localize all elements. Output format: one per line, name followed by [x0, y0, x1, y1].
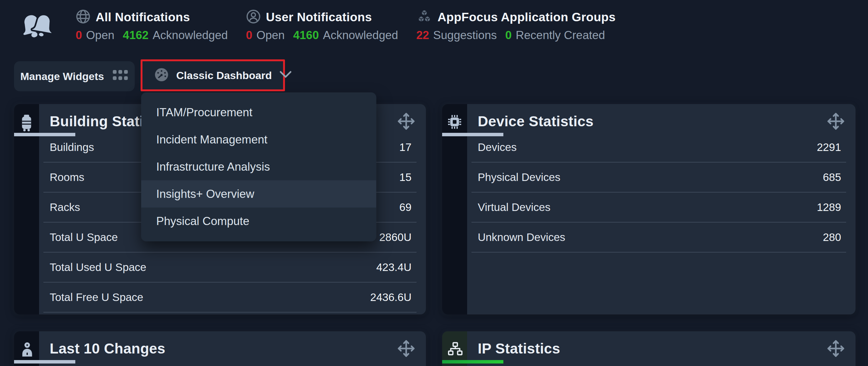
row-value: 2291	[817, 141, 841, 153]
suggestions-label: Suggestions	[433, 29, 497, 42]
row-value: 17	[399, 141, 411, 153]
all-acknowledged-count: 4162	[123, 29, 148, 42]
device-statistics-widget: Device Statistics Devices 2291 Physical …	[442, 104, 856, 314]
user-acknowledged-count: 4160	[293, 29, 319, 42]
all-open-label: Open	[86, 29, 115, 42]
appfocus-groups-group: AppFocus Application Groups 22 Suggestio…	[416, 8, 616, 42]
dashboard-dropdown-menu: ITAM/Procurement Incident Management Inf…	[141, 93, 376, 241]
all-notifications-title: All Notifications	[96, 10, 190, 24]
chip-icon	[447, 114, 462, 131]
table-row: Devices 2291	[471, 132, 846, 162]
notification-header: All Notifications 0 Open 4162 Acknowledg…	[16, 8, 634, 45]
row-label: Unknown Devices	[478, 231, 565, 243]
table-row: Total Used U Space 423.4U	[43, 252, 416, 282]
user-icon	[246, 9, 261, 25]
user-open-label: Open	[256, 29, 285, 42]
row-label: Virtual Devices	[478, 201, 551, 213]
manage-widgets-label: Manage Widgets	[20, 70, 104, 83]
bells-icon	[16, 11, 58, 45]
widget-accent-bar	[442, 360, 503, 364]
recently-created-count: 0	[505, 29, 512, 42]
widget-title: Last 10 Changes	[50, 340, 165, 357]
table-row: Total Free U Space 2436.6U	[43, 282, 416, 312]
stat-rows: Devices 2291 Physical Devices 685 Virtua…	[471, 132, 846, 252]
dashboard-selector[interactable]: Classic Dashboard	[143, 61, 283, 89]
row-label: Buildings	[50, 141, 94, 153]
widget-title: IP Statistics	[478, 340, 560, 357]
table-row: Virtual Devices 1289	[471, 192, 846, 222]
network-icon	[448, 342, 463, 357]
annotation-highlight-box: Classic Dashboard	[141, 59, 285, 91]
row-label: Total U Space	[50, 231, 118, 243]
gauge-icon	[154, 67, 169, 83]
person-icon	[20, 341, 34, 358]
user-notifications-group: User Notifications 0 Open 4160 Acknowled…	[246, 8, 398, 42]
rack-icon	[19, 114, 34, 133]
row-label: Racks	[50, 201, 80, 213]
suggestions-count: 22	[416, 29, 429, 42]
user-open-count: 0	[246, 29, 252, 42]
menu-item-incident-management[interactable]: Incident Management	[141, 126, 376, 153]
dashboard-selector-label: Classic Dashboard	[176, 69, 272, 82]
manage-widgets-button[interactable]: Manage Widgets	[14, 61, 135, 91]
row-label: Total Used U Space	[50, 261, 146, 273]
row-label: Total Free U Space	[50, 291, 144, 304]
all-acknowledged-label: Acknowledged	[153, 29, 228, 42]
all-notifications-group: All Notifications 0 Open 4162 Acknowledg…	[75, 8, 228, 42]
ip-statistics-widget: IP Statistics	[442, 331, 856, 366]
widget-title: Device Statistics	[478, 113, 594, 130]
move-handle-icon[interactable]	[827, 112, 845, 131]
row-label: Devices	[478, 141, 517, 153]
globe-icon	[75, 9, 91, 25]
row-value: 2436.6U	[370, 291, 411, 304]
menu-item-insights-overview[interactable]: Insights+ Overview	[141, 180, 376, 208]
row-value: 280	[823, 231, 841, 243]
all-open-count: 0	[75, 29, 82, 42]
row-label: Rooms	[50, 171, 84, 183]
last-10-changes-widget: Last 10 Changes	[14, 331, 426, 366]
row-value: 685	[823, 171, 841, 183]
chevron-down-icon	[279, 71, 292, 80]
menu-item-infrastructure-analysis[interactable]: Infrastructure Analysis	[141, 153, 376, 180]
cubes-icon	[416, 8, 432, 26]
menu-item-itam-procurement[interactable]: ITAM/Procurement	[141, 99, 376, 126]
user-notifications-title: User Notifications	[266, 10, 372, 24]
user-acknowledged-label: Acknowledged	[323, 29, 398, 42]
recently-created-label: Recently Created	[516, 29, 605, 42]
row-value: 69	[399, 201, 411, 213]
widget-accent-bar	[14, 360, 75, 364]
row-value: 15	[399, 171, 411, 183]
move-handle-icon[interactable]	[827, 339, 845, 359]
grid-icon	[112, 69, 128, 83]
row-value: 423.4U	[376, 261, 411, 273]
row-label: Physical Devices	[478, 171, 561, 183]
move-handle-icon[interactable]	[397, 339, 415, 359]
row-value: 1289	[817, 201, 841, 213]
menu-item-physical-compute[interactable]: Physical Compute	[141, 208, 376, 235]
appfocus-groups-title: AppFocus Application Groups	[437, 10, 616, 24]
row-value: 2860U	[379, 231, 411, 243]
table-row: Unknown Devices 280	[471, 222, 846, 252]
table-row: Physical Devices 685	[471, 162, 846, 192]
move-handle-icon[interactable]	[397, 112, 415, 131]
